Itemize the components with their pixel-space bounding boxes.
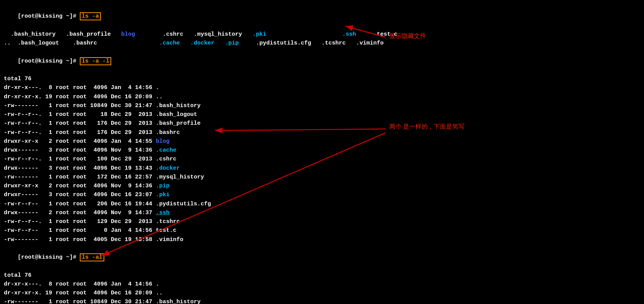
ls-output-line-1: .bash_history .bash_profile blog .cshrc … bbox=[4, 30, 640, 39]
detail-row-3: -rw------- 1 root root 10849 Dec 30 21:4… bbox=[4, 101, 640, 110]
detail-row-20: dr-xr-xr-x. 19 root root 4096 Dec 16 20:… bbox=[4, 289, 640, 297]
detail-row-14: -rw-r--r-- 1 root root 206 Dec 16 19:44 … bbox=[4, 200, 640, 208]
prompt-2: [root@kissing ~]# bbox=[18, 58, 80, 64]
prompt-3: [root@kissing ~]# bbox=[18, 254, 80, 261]
ls-output-line-2: .. .bash_logout .bashrc .cache .docker .… bbox=[4, 39, 640, 48]
detail-row-19: dr-xr-x---. 8 root root 4096 Jan 4 14:56… bbox=[4, 280, 640, 289]
detail-row-10: drwx------ 3 root root 4096 Dec 19 13:43… bbox=[4, 164, 640, 173]
command-line-1: [root@kissing ~]# ls -a bbox=[4, 3, 640, 30]
detail-row-18: -rw------- 1 root root 4005 Dec 19 13:58… bbox=[4, 235, 640, 244]
detail-row-21: -rw------- 1 root root 10849 Dec 30 21:4… bbox=[4, 297, 640, 304]
detail-row-12: drwxr-xr-x 2 root root 4096 Nov 9 14:36 … bbox=[4, 182, 640, 190]
cmd-box-1: ls -a bbox=[80, 12, 101, 20]
detail-row-9: -rw-r--r--. 1 root root 100 Dec 29 2013 … bbox=[4, 155, 640, 164]
detail-row-4: -rw-r--r--. 1 root root 18 Dec 29 2013 .… bbox=[4, 110, 640, 119]
detail-row-13: drwxr----- 3 root root 4096 Dec 16 23:07… bbox=[4, 190, 640, 199]
total-1: total 76 bbox=[4, 74, 640, 83]
detail-row-2: dr-xr-xr-x. 19 root root 4096 Dec 16 20:… bbox=[4, 93, 640, 101]
cmd-box-2: ls -a -l bbox=[80, 57, 111, 65]
terminal: [root@kissing ~]# ls -a .bash_history .b… bbox=[0, 0, 644, 304]
cmd-box-3: ls -al bbox=[80, 253, 104, 261]
command-line-3: [root@kissing ~]# ls -al bbox=[4, 244, 640, 271]
command-line-2: [root@kissing ~]# ls -a -l bbox=[4, 48, 640, 74]
total-2: total 76 bbox=[4, 271, 640, 280]
detail-row-1: dr-xr-x---. 8 root root 4096 Jan 4 14:56… bbox=[4, 83, 640, 92]
prompt-1: [root@kissing ~]# bbox=[18, 13, 80, 20]
detail-row-16: -rw-r--r--. 1 root root 129 Dec 29 2013 … bbox=[4, 217, 640, 226]
detail-row-6: -rw-r--r--. 1 root root 176 Dec 29 2013 … bbox=[4, 128, 640, 137]
detail-row-7: drwxr-xr-x 2 root root 4096 Jan 4 14:55 … bbox=[4, 137, 640, 146]
detail-row-11: -rw------- 1 root root 172 Dec 16 22:57 … bbox=[4, 173, 640, 182]
detail-row-15: drwx------ 2 root root 4096 Nov 9 14:37 … bbox=[4, 208, 640, 217]
detail-row-17: -rw-r--r-- 1 root root 0 Jan 4 14:56 tes… bbox=[4, 226, 640, 235]
detail-row-5: -rw-r--r--. 1 root root 176 Dec 29 2013 … bbox=[4, 119, 640, 128]
detail-row-8: drwx------ 3 root root 4096 Nov 9 14:36 … bbox=[4, 146, 640, 155]
